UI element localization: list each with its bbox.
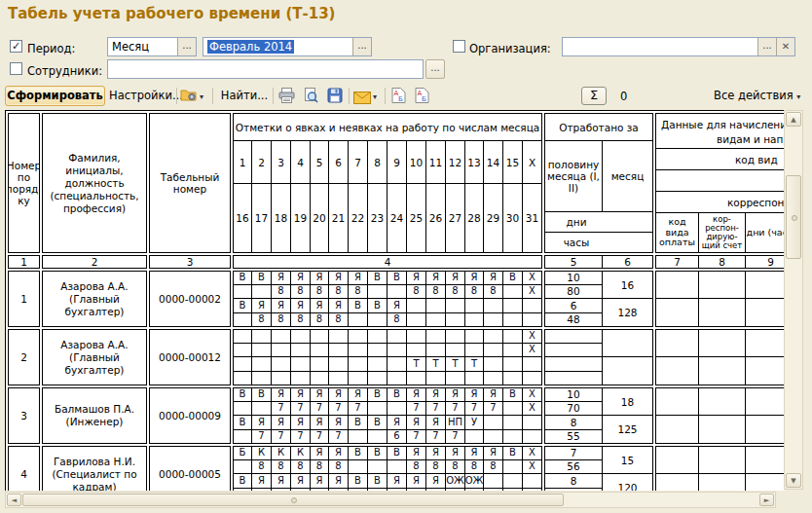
day-mark-cell[interactable] bbox=[311, 329, 329, 344]
day-mark-cell[interactable]: Я bbox=[291, 416, 311, 430]
day-hours-cell[interactable] bbox=[368, 285, 388, 300]
day-mark-cell[interactable] bbox=[349, 329, 368, 344]
day-mark-cell[interactable]: Я bbox=[311, 446, 329, 460]
day-hours-cell[interactable] bbox=[465, 372, 484, 386]
day-hours-cell[interactable] bbox=[349, 313, 368, 328]
day-mark-cell[interactable] bbox=[484, 299, 503, 313]
day-hours-cell[interactable]: 7 bbox=[272, 430, 291, 445]
day-mark-cell[interactable]: В bbox=[368, 474, 388, 489]
day-mark-cell[interactable]: В bbox=[233, 387, 252, 402]
day-mark-cell[interactable] bbox=[446, 299, 465, 313]
day-mark-cell[interactable] bbox=[465, 299, 484, 313]
day-hours-cell[interactable] bbox=[446, 344, 465, 358]
month-hours-cell[interactable]: 125 bbox=[603, 416, 653, 444]
day-hours-cell[interactable]: X bbox=[523, 460, 542, 475]
period-checkbox[interactable] bbox=[10, 40, 22, 53]
settings-button[interactable]: Настройки... bbox=[109, 86, 173, 106]
employee-name-cell[interactable]: Азарова А.А. (Главный бухгалтер) bbox=[42, 329, 147, 385]
day-mark-cell[interactable]: X bbox=[523, 446, 542, 460]
day-hours-cell[interactable]: 7 bbox=[407, 402, 426, 417]
day-hours-cell[interactable] bbox=[484, 430, 503, 445]
day-hours-cell[interactable]: 8 bbox=[349, 285, 368, 300]
day-hours-cell[interactable] bbox=[388, 460, 407, 475]
day-hours-cell[interactable] bbox=[465, 430, 484, 445]
day-hours-cell[interactable] bbox=[484, 489, 503, 492]
day-hours-cell[interactable] bbox=[233, 372, 252, 386]
pay-data-cell[interactable] bbox=[699, 357, 746, 385]
day-hours-cell[interactable] bbox=[446, 313, 465, 328]
employees-checkbox[interactable] bbox=[10, 62, 22, 75]
employee-name-cell[interactable]: Балмашов П.А. (Инженер) bbox=[42, 387, 147, 444]
pay-data-cell[interactable] bbox=[655, 271, 699, 299]
day-hours-cell[interactable]: 8 bbox=[329, 313, 349, 328]
day-mark-cell[interactable]: Я bbox=[465, 387, 484, 402]
day-hours-cell[interactable] bbox=[272, 372, 291, 386]
day-hours-cell[interactable]: 8 bbox=[291, 285, 311, 300]
day-mark-cell[interactable] bbox=[291, 329, 311, 344]
day-mark-cell[interactable]: Я bbox=[291, 271, 311, 285]
pay-data-cell[interactable] bbox=[655, 357, 699, 385]
half-month-total-cell[interactable]: 56 bbox=[544, 460, 603, 475]
day-mark-cell[interactable]: Я bbox=[272, 474, 291, 489]
day-mark-cell[interactable]: В bbox=[252, 387, 272, 402]
day-hours-cell[interactable] bbox=[252, 344, 272, 358]
half-month-total-cell[interactable] bbox=[544, 357, 603, 372]
day-mark-cell[interactable]: ОЖ bbox=[446, 474, 465, 489]
day-hours-cell[interactable] bbox=[407, 344, 426, 358]
day-mark-cell[interactable] bbox=[233, 329, 252, 344]
day-mark-cell[interactable] bbox=[426, 299, 446, 313]
employee-tabnumber-cell[interactable]: 0000-00005 bbox=[149, 446, 231, 491]
day-mark-cell[interactable]: К bbox=[252, 446, 272, 460]
sum-button[interactable]: Σ bbox=[581, 87, 607, 105]
day-mark-cell[interactable]: Я bbox=[272, 299, 291, 313]
employees-field[interactable] bbox=[107, 59, 424, 79]
day-hours-cell[interactable]: 7 bbox=[407, 430, 426, 445]
employee-tabnumber-cell[interactable]: 0000-00012 bbox=[149, 329, 231, 385]
day-mark-cell[interactable]: В bbox=[388, 271, 407, 285]
day-mark-cell[interactable]: Я bbox=[426, 474, 446, 489]
month-days-cell[interactable]: 15 bbox=[603, 446, 653, 474]
day-hours-cell[interactable] bbox=[465, 313, 484, 328]
day-hours-cell[interactable] bbox=[446, 372, 465, 386]
day-mark-cell[interactable] bbox=[368, 329, 388, 344]
day-mark-cell[interactable] bbox=[291, 357, 311, 372]
day-hours-cell[interactable] bbox=[368, 460, 388, 475]
day-mark-cell[interactable]: В bbox=[368, 271, 388, 285]
day-mark-cell[interactable]: Я bbox=[291, 387, 311, 402]
day-mark-cell[interactable]: Я bbox=[388, 474, 407, 489]
day-mark-cell[interactable]: В bbox=[368, 446, 388, 460]
day-hours-cell[interactable]: 8 bbox=[291, 313, 311, 328]
day-mark-cell[interactable]: Я bbox=[311, 416, 329, 430]
half-month-total-cell[interactable]: 80 bbox=[544, 285, 603, 300]
day-hours-cell[interactable]: 8 bbox=[426, 460, 446, 475]
day-mark-cell[interactable] bbox=[484, 474, 503, 489]
pay-data-cell[interactable] bbox=[746, 299, 785, 327]
day-hours-cell[interactable] bbox=[426, 372, 446, 386]
pay-data-cell[interactable] bbox=[655, 387, 699, 416]
day-hours-cell[interactable] bbox=[388, 372, 407, 386]
half-month-total-cell[interactable] bbox=[544, 489, 603, 492]
month-hours-cell[interactable] bbox=[603, 357, 653, 385]
all-actions-button[interactable]: Все действия ▾ bbox=[714, 86, 788, 106]
period-value-field[interactable]: Февраль 2014 ... bbox=[203, 37, 372, 56]
generate-button[interactable]: Сформировать bbox=[5, 86, 105, 106]
day-hours-cell[interactable] bbox=[465, 344, 484, 358]
day-mark-cell[interactable]: К bbox=[272, 446, 291, 460]
half-month-total-cell[interactable] bbox=[544, 372, 603, 386]
day-hours-cell[interactable] bbox=[503, 285, 523, 300]
day-mark-cell[interactable]: В bbox=[503, 271, 523, 285]
day-mark-cell[interactable]: К bbox=[291, 446, 311, 460]
day-mark-cell[interactable]: Я bbox=[407, 416, 426, 430]
horizontal-scrollbar[interactable]: ◄ ► bbox=[5, 492, 776, 508]
day-hours-cell[interactable] bbox=[503, 344, 523, 358]
day-mark-cell[interactable]: В bbox=[349, 416, 368, 430]
pay-data-cell[interactable] bbox=[746, 416, 785, 444]
day-hours-cell[interactable] bbox=[503, 460, 523, 475]
pay-data-cell[interactable] bbox=[699, 416, 746, 444]
day-hours-cell[interactable] bbox=[523, 430, 542, 445]
day-mark-cell[interactable] bbox=[503, 416, 523, 430]
pay-data-cell[interactable] bbox=[746, 271, 785, 299]
day-mark-cell[interactable]: В bbox=[349, 299, 368, 313]
day-mark-cell[interactable]: Я bbox=[446, 387, 465, 402]
day-hours-cell[interactable]: 8 bbox=[388, 313, 407, 328]
